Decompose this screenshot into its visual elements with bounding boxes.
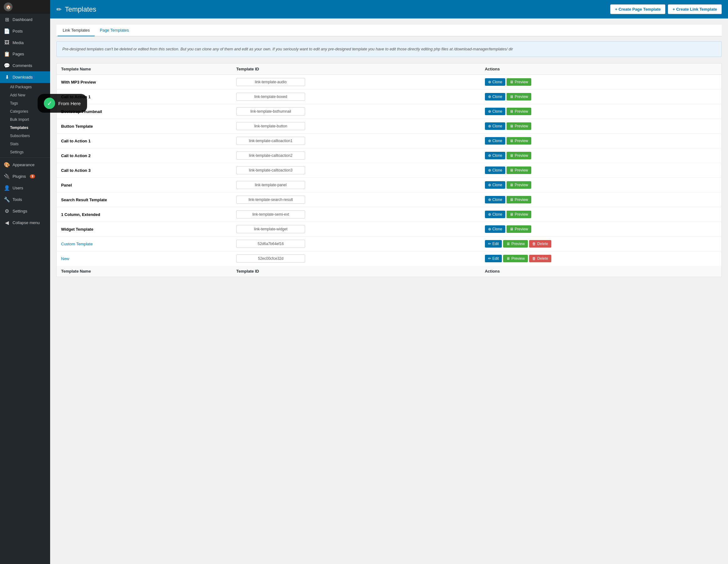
sidebar-sub-templates[interactable]: Templates	[0, 124, 50, 132]
preview-button[interactable]: 🖥 Preview	[503, 255, 528, 262]
delete-button[interactable]: 🗑 Delete	[529, 240, 551, 248]
template-id-input[interactable]	[236, 137, 305, 145]
preview-button[interactable]: 🖥 Preview	[507, 78, 531, 86]
clone-button[interactable]: ⊕ Clone	[485, 225, 505, 233]
template-id-cell	[232, 163, 481, 178]
clone-button[interactable]: ⊕ Clone	[485, 137, 505, 145]
sidebar-sub-settings-dl[interactable]: Settings	[0, 148, 50, 156]
clone-icon: ⊕	[488, 183, 491, 187]
template-name-link[interactable]: New	[61, 256, 69, 261]
preview-button[interactable]: 🖥 Preview	[507, 122, 531, 130]
sidebar-item-dashboard[interactable]: ⊞ Dashboard	[0, 14, 50, 25]
edit-button[interactable]: ✏ Edit	[485, 255, 502, 262]
templates-icon: ✏	[56, 6, 62, 13]
footer-col-actions: Actions	[481, 266, 722, 277]
preview-button[interactable]: 🖥 Preview	[507, 152, 531, 159]
template-id-cell	[232, 148, 481, 163]
preview-button[interactable]: 🖥 Preview	[507, 137, 531, 145]
clone-button[interactable]: ⊕ Clone	[485, 167, 505, 174]
sidebar-item-users[interactable]: 👤 Users	[0, 182, 50, 194]
table-row: Button Template⊕ Clone🖥 Preview	[57, 119, 722, 134]
sidebar-sub-bulk-import[interactable]: Bulk Import	[0, 116, 50, 124]
edit-button[interactable]: ✏ Edit	[485, 240, 502, 248]
sidebar-item-plugins[interactable]: 🔌 Plugins 9	[0, 171, 50, 182]
template-id-input[interactable]	[236, 210, 305, 219]
sidebar-sub-subscribers[interactable]: Subscribers	[0, 132, 50, 140]
create-link-template-button[interactable]: + Create Link Template	[668, 4, 722, 14]
template-id-input[interactable]	[236, 166, 305, 174]
clone-button[interactable]: ⊕ Clone	[485, 196, 505, 204]
sidebar-item-appearance[interactable]: 🎨 Appearance	[0, 159, 50, 171]
template-name-cell: 1 Column, Extended	[57, 207, 232, 222]
template-id-input[interactable]	[236, 78, 305, 86]
clone-button[interactable]: ⊕ Clone	[485, 181, 505, 189]
clone-button[interactable]: ⊕ Clone	[485, 211, 505, 218]
sidebar-item-pages[interactable]: 📋 Pages	[0, 48, 50, 60]
clone-icon: ⊕	[488, 227, 491, 231]
sidebar-item-collapse[interactable]: ◀ Collapse menu	[0, 217, 50, 229]
table-row: Call to Action 1⊕ Clone🖥 Preview	[57, 134, 722, 148]
plugins-icon: 🔌	[4, 173, 10, 179]
template-id-input[interactable]	[236, 240, 305, 248]
template-id-cell	[232, 75, 481, 90]
sidebar-item-settings[interactable]: ⚙ Settings	[0, 205, 50, 217]
template-id-input[interactable]	[236, 152, 305, 160]
sidebar-sub-stats[interactable]: Stats	[0, 140, 50, 148]
info-box: Pre-designed templates can't be deleted …	[56, 41, 722, 57]
template-id-input[interactable]	[236, 196, 305, 204]
main-content: ✏ Templates + Create Page Template + Cre…	[50, 0, 728, 564]
tooltip-check-icon: ✓	[44, 98, 55, 109]
template-name-cell: With MP3 Preview	[57, 75, 232, 90]
sidebar-logo: 🏠	[0, 0, 50, 14]
preview-icon: 🖥	[506, 256, 510, 261]
template-name-cell: Custom Template	[57, 237, 232, 251]
sidebar-item-comments[interactable]: 💬 Comments	[0, 60, 50, 71]
template-id-input[interactable]	[236, 181, 305, 189]
sidebar-item-label: Posts	[13, 29, 23, 34]
clone-button[interactable]: ⊕ Clone	[485, 152, 505, 159]
preview-button[interactable]: 🖥 Preview	[507, 225, 531, 233]
actions-cell: ⊕ Clone🖥 Preview	[481, 119, 722, 134]
table-row: 1 Column, Extended⊕ Clone🖥 Preview	[57, 207, 722, 222]
actions-cell: ⊕ Clone🖥 Preview	[481, 104, 722, 119]
clone-button[interactable]: ⊕ Clone	[485, 78, 505, 86]
table-row: Widget Template⊕ Clone🖥 Preview	[57, 222, 722, 237]
clone-icon: ⊕	[488, 139, 491, 143]
template-id-input[interactable]	[236, 107, 305, 116]
actions-cell: ⊕ Clone🖥 Preview	[481, 193, 722, 207]
template-name-link[interactable]: Custom Template	[61, 242, 93, 246]
page-title: Templates	[65, 5, 96, 13]
sidebar-item-downloads[interactable]: ⬇ Downloads	[0, 71, 50, 83]
template-name-cell: Panel	[57, 178, 232, 193]
sidebar-sub-all-packages[interactable]: All Packages	[0, 83, 50, 91]
clone-button[interactable]: ⊕ Clone	[485, 93, 505, 101]
tab-page-templates[interactable]: Page Templates	[95, 25, 134, 36]
delete-button[interactable]: 🗑 Delete	[529, 255, 551, 262]
preview-button[interactable]: 🖥 Preview	[507, 108, 531, 115]
preview-button[interactable]: 🖥 Preview	[507, 196, 531, 204]
sidebar-item-tools[interactable]: 🔧 Tools	[0, 194, 50, 205]
template-id-input[interactable]	[236, 93, 305, 101]
sidebar-item-media[interactable]: 🖼 Media	[0, 37, 50, 48]
sidebar-item-posts[interactable]: 📄 Posts	[0, 25, 50, 37]
tab-link-templates[interactable]: Link Templates	[58, 25, 95, 36]
template-id-input[interactable]	[236, 225, 305, 233]
template-id-input[interactable]	[236, 122, 305, 130]
preview-icon: 🖥	[510, 227, 513, 231]
tooltip-text: From Here	[58, 101, 81, 106]
table-row: Call to Action 1⊕ Clone🖥 Preview	[57, 90, 722, 104]
clone-button[interactable]: ⊕ Clone	[485, 108, 505, 115]
preview-button[interactable]: 🖥 Preview	[507, 93, 531, 101]
actions-cell: ✏ Edit🖥 Preview🗑 Delete	[481, 237, 722, 251]
template-id-cell	[232, 119, 481, 134]
clone-button[interactable]: ⊕ Clone	[485, 122, 505, 130]
template-name-cell: Call to Action 1	[57, 134, 232, 148]
preview-button[interactable]: 🖥 Preview	[503, 240, 528, 248]
settings-icon: ⚙	[4, 208, 10, 214]
template-id-input[interactable]	[236, 255, 305, 263]
preview-button[interactable]: 🖥 Preview	[507, 181, 531, 189]
page-title-container: ✏ Templates	[56, 5, 96, 13]
preview-button[interactable]: 🖥 Preview	[507, 167, 531, 174]
create-page-template-button[interactable]: + Create Page Template	[610, 4, 665, 14]
preview-button[interactable]: 🖥 Preview	[507, 211, 531, 218]
